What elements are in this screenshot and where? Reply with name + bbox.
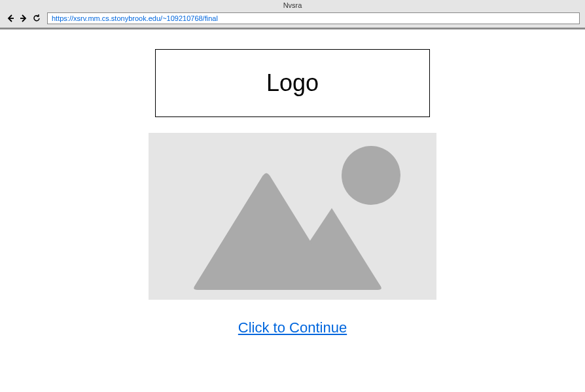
back-button[interactable] — [5, 13, 16, 24]
continue-link[interactable]: Click to Continue — [238, 319, 347, 336]
reload-icon — [32, 14, 41, 23]
reload-button[interactable] — [31, 13, 42, 24]
forward-button[interactable] — [18, 13, 29, 24]
url-input[interactable] — [47, 12, 580, 24]
logo-text: Logo — [266, 69, 319, 97]
browser-toolbar — [0, 10, 585, 27]
logo-placeholder: Logo — [155, 49, 430, 117]
svg-point-0 — [342, 146, 400, 205]
image-placeholder — [149, 133, 436, 300]
page-content: Logo Click to Continue — [0, 28, 585, 392]
placeholder-image-icon — [149, 133, 436, 300]
arrow-left-icon — [6, 14, 15, 23]
browser-chrome: Nvsra — [0, 0, 585, 28]
window-title: Nvsra — [0, 0, 585, 10]
arrow-right-icon — [19, 14, 28, 23]
